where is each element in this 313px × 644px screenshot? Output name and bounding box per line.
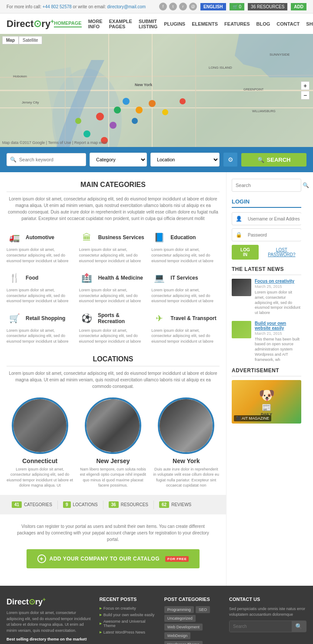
top-bar-phone[interactable]: +44 802 52578: [43, 4, 72, 9]
connecticut-desc: Lorem ipsum dolor sit amet, consectetur …: [7, 467, 73, 488]
zoom-out-button[interactable]: −: [301, 91, 310, 100]
cart-button[interactable]: 🛒 0: [230, 3, 245, 10]
location-new-york[interactable]: New York Duis aute irure dolor in repreh…: [153, 397, 220, 488]
locations-grid: Connecticut Lorem ipsum dolor sit amet, …: [7, 397, 220, 488]
automotive-icon: [7, 230, 22, 245]
search-button[interactable]: 🔍 SEARCH: [241, 153, 306, 167]
top-bar-actions: f t r @ ENGLISH 🛒 0 36 RESOURCES ADD: [159, 3, 306, 10]
map-tab-map[interactable]: Map: [2, 36, 19, 44]
news-desc-1: This theme has been built based on open …: [255, 337, 301, 362]
business-desc: Lorem ipsum dolor sit amet, consectetur …: [79, 247, 147, 264]
search-keyword-icon: 🔍: [10, 157, 17, 163]
footer-tags: Programming SEO Uncategorized Web Develo…: [164, 606, 220, 644]
category-it[interactable]: IT Services Lorem ipsum dolor sit amet, …: [151, 270, 220, 304]
new-york-image: [158, 397, 214, 454]
login-button[interactable]: LOG IN: [232, 245, 259, 260]
tag-uncategorized[interactable]: Uncategorized: [164, 615, 196, 622]
location-connecticut[interactable]: Connecticut Lorem ipsum dolor sit amet, …: [7, 397, 73, 488]
news-title-0[interactable]: Focus on creativity: [255, 279, 301, 284]
nav-homepage[interactable]: HOMEPAGE: [54, 20, 81, 27]
language-selector[interactable]: ENGLISH: [200, 3, 226, 10]
category-select[interactable]: Category: [90, 153, 147, 167]
nav-submit-listing[interactable]: SUBMIT LISTING: [139, 19, 157, 29]
svg-text:Jersey City: Jersey City: [22, 100, 39, 104]
cta-plus-icon: +: [37, 554, 46, 563]
tag-web-development[interactable]: Web Development: [164, 624, 203, 631]
lost-password-button[interactable]: LOST PASSWORD?: [262, 245, 301, 260]
zoom-in-button[interactable]: +: [301, 81, 310, 90]
rss-icon[interactable]: r: [179, 3, 187, 10]
nav-contact[interactable]: CONTACT: [276, 21, 300, 27]
svg-point-20: [162, 109, 168, 115]
search-settings-button[interactable]: ⚙: [223, 152, 238, 167]
footer-search-input[interactable]: [230, 621, 292, 632]
location-select[interactable]: Location: [150, 153, 220, 167]
news-date-0: March 25, 2015: [255, 284, 301, 289]
it-icon: [151, 270, 167, 286]
category-travel[interactable]: Travel & Transport Lorem ipsum dolor sit…: [151, 310, 220, 344]
svg-point-16: [114, 107, 121, 113]
category-health[interactable]: Health & Medicine Lorem ipsum dolor sit …: [79, 270, 147, 304]
map-tab-satellite[interactable]: Satellite: [19, 36, 42, 44]
news-title-1[interactable]: Build your own website easily: [255, 321, 301, 330]
ad-dog-emoji: 🐶: [259, 387, 275, 403]
food-desc: Lorem ipsum dolor sit amet, consectetur …: [7, 287, 75, 304]
search-button-icon: 🔍: [257, 157, 264, 163]
contact-title: CONTACT US: [229, 597, 306, 602]
logo[interactable]: Direct⊙ry+: [7, 18, 54, 30]
footer-logo: Direct⊙ry+: [7, 597, 91, 607]
cta-button[interactable]: + ADD YOUR COMPANY TO OUR CATALOG FOR FR…: [27, 549, 200, 568]
category-education[interactable]: Education Lorem ipsum dolor sit amet, co…: [151, 230, 220, 264]
resources-button[interactable]: 36 RESOURCES: [248, 3, 287, 10]
search-keyword-input[interactable]: [7, 153, 86, 166]
new-york-desc: Duis aute irure dolor in reprehenderit i…: [153, 467, 220, 488]
map-tabs: Map Satellite: [2, 36, 42, 44]
username-input[interactable]: [246, 214, 305, 224]
nav-example-pages[interactable]: EXAMPLE PAGES: [109, 19, 132, 29]
tag-webdesign[interactable]: WebDesign: [164, 632, 190, 639]
password-input[interactable]: [246, 230, 305, 240]
stat-resources-label: RESOURCES: [121, 502, 148, 507]
nav-features[interactable]: FEATURES: [224, 21, 250, 27]
add-button[interactable]: ADD: [291, 3, 306, 10]
recent-post-0[interactable]: Focus on creativity: [100, 606, 156, 611]
tag-seo[interactable]: SEO: [196, 606, 210, 613]
twitter-icon[interactable]: t: [169, 3, 177, 10]
latest-news-title: THE LATEST NEWS: [232, 266, 301, 275]
categories-section: MAIN CATEGORIES Lorem ipsum dolor sit am…: [7, 181, 220, 344]
location-new-jersey[interactable]: New Jersey Nam libero tempore, cum solut…: [80, 397, 146, 488]
category-business[interactable]: Business Services Lorem ipsum dolor sit …: [79, 230, 147, 264]
nav-plugins[interactable]: PLUGINS: [164, 21, 185, 27]
footer-grid: Direct⊙ry+ Lorem ipsum dolor sit amet, c…: [7, 597, 306, 644]
mail-icon[interactable]: @: [189, 3, 197, 10]
sidebar-search-input[interactable]: [232, 180, 299, 191]
footer-search-button[interactable]: 🔍: [292, 621, 306, 632]
health-desc: Lorem ipsum dolor sit amet, consectetur …: [79, 287, 147, 304]
nav-elements[interactable]: ELEMENTS: [192, 21, 218, 27]
categories-grid: Automotive Lorem ipsum dolor sit amet, c…: [7, 230, 220, 344]
tag-programming[interactable]: Programming: [164, 606, 194, 613]
nav-blog[interactable]: BLOG: [256, 21, 270, 27]
recent-post-3[interactable]: Latest WordPress News: [100, 630, 156, 634]
top-bar-contact: For more info call: +44 802 52578 or wri…: [7, 4, 146, 9]
tag-wordpress-theme[interactable]: Wordpress Theme: [164, 641, 203, 644]
recent-post-1[interactable]: Build your own website easily: [100, 613, 156, 617]
cta-button-label: ADD YOUR COMPANY TO OUR CATALOG: [50, 556, 160, 562]
recent-post-2[interactable]: Awesome and Universal Theme: [100, 619, 156, 628]
header: Direct⊙ry+ HOMEPAGE MORE INFO EXAMPLE PA…: [0, 13, 313, 34]
advertisement-image[interactable]: 🐶 📰 DAILY ⬛ AIT MAGAZINE: [232, 380, 301, 424]
facebook-icon[interactable]: f: [159, 3, 167, 10]
nav-more-info[interactable]: MORE INFO: [88, 19, 103, 29]
svg-point-11: [123, 98, 130, 105]
category-food[interactable]: Food Lorem ipsum dolor sit amet, consect…: [7, 270, 75, 304]
footer-recent-posts: RECENT POSTS Focus on creativity Build y…: [100, 597, 156, 644]
top-bar-email[interactable]: directory@mail.com: [107, 4, 146, 9]
recent-posts-title: RECENT POSTS: [100, 597, 156, 602]
category-retail[interactable]: Retail Shopping Lorem ipsum dolor sit am…: [7, 310, 75, 344]
stat-reviews: 62 REVIEWS: [154, 499, 196, 510]
category-automotive[interactable]: Automotive Lorem ipsum dolor sit amet, c…: [7, 230, 75, 264]
category-sports[interactable]: Sports & Recreation Lorem ipsum dolor si…: [79, 310, 147, 344]
stats-bar: 41 CATEGORIES 9 LOCATIONS 36 RESOURCES 6…: [0, 495, 226, 514]
nav-shop[interactable]: SHOP: [306, 21, 313, 27]
automotive-desc: Lorem ipsum dolor sit amet, consectetur …: [7, 247, 75, 264]
